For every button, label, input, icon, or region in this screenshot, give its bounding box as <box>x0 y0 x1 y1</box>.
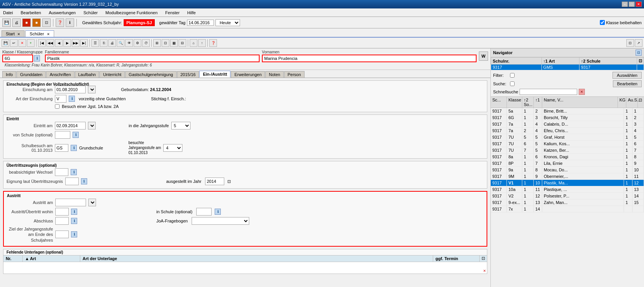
auswaehlen-button[interactable]: Auswählen <box>613 72 642 79</box>
menu-hilfe[interactable]: Hilfe <box>186 10 197 16</box>
eintritt-am-dropdown[interactable]: ▼ <box>88 122 96 129</box>
tb2-copy[interactable]: ⎘ <box>100 39 108 47</box>
menu-datei[interactable]: Datei <box>2 10 15 16</box>
fehlende-export-icon[interactable]: ⊡ <box>479 255 487 262</box>
nav-list-item[interactable]: 9317 7U 5 5 Graf, Horst 1 5 <box>491 134 644 141</box>
tb-btn-2[interactable]: 🖨 <box>12 18 21 27</box>
subtab-erweiterungen[interactable]: Erweiterungen <box>231 71 265 78</box>
nav-list-item[interactable]: 9317 5a 1 2 Birne, Britt... 1 1 <box>491 108 644 114</box>
nav-col-kg[interactable]: KG <box>618 97 626 108</box>
in-schule-info[interactable]: ℹ <box>215 209 221 215</box>
menu-bearbeiten[interactable]: Bearbeiten <box>19 10 43 16</box>
col-art-unterlage[interactable]: Art der Unterlage <box>80 255 433 262</box>
tb2-clock[interactable]: ⏱ <box>142 39 150 47</box>
tb2-multi4[interactable]: ⊟ <box>179 39 186 47</box>
tb2-extra2[interactable]: ↗ <box>635 39 642 47</box>
tb-btn-5[interactable]: ⊡ <box>42 18 51 27</box>
nav-col-aus[interactable]: Au.S.. <box>626 97 638 108</box>
abschluss-input[interactable] <box>55 217 69 225</box>
subtab-2015[interactable]: 2015/16 <box>177 71 199 78</box>
nav-list-item[interactable]: 9317 6G 1 3 Borscht, Tilly 1 2 <box>491 114 644 121</box>
minimize-button[interactable]: − <box>622 2 628 7</box>
eignung-info[interactable]: ℹ <box>81 178 87 184</box>
fehlende-delete-icon[interactable]: ✕ <box>483 269 486 273</box>
suche-checkbox[interactable] <box>510 81 515 86</box>
tb2-up[interactable]: ↑ <box>198 39 206 47</box>
nav-list-item[interactable]: 9317 8a 1 6 Kronos, Dagi 1 8 <box>491 154 644 160</box>
tb-btn-6[interactable]: ❓ <box>56 18 64 27</box>
vorname-input[interactable] <box>262 55 477 62</box>
subtab-noten[interactable]: Noten <box>265 71 283 78</box>
name-input[interactable] <box>45 55 260 62</box>
col-art[interactable]: ▲Art <box>23 255 80 262</box>
nav-list-item[interactable]: 9317 V2 1 12 Polsester, P... 1 14 <box>491 193 644 199</box>
nav-info-icon[interactable]: ⊡ <box>636 50 642 56</box>
tab-schueler-close[interactable]: ✕ <box>47 32 50 36</box>
menu-schueler[interactable]: Schüler <box>82 10 99 16</box>
tab-start-close[interactable]: ✕ <box>17 32 20 36</box>
tb2-multi1[interactable]: ⊞ <box>153 39 161 47</box>
tb2-settings[interactable]: ⚙ <box>134 39 141 47</box>
nav-col-name[interactable]: Name, V... <box>542 97 618 108</box>
nav-list-item[interactable]: 9317 9-ex... 1 13 Zahn, Man... 1 15 <box>491 199 644 206</box>
klasse-input[interactable] <box>2 55 33 62</box>
maximize-button[interactable]: □ <box>629 2 635 7</box>
nav-list-item[interactable]: 9317 9a 1 8 Mocau, Do... 1 10 <box>491 167 644 173</box>
tb2-extra1[interactable]: ⊡ <box>626 39 634 47</box>
subtab-einaustritt[interactable]: Ein-/Austritt <box>199 71 230 78</box>
ziel-info[interactable]: ℹ <box>71 231 77 237</box>
klasse-checkbox[interactable] <box>600 20 605 25</box>
datum-input[interactable] <box>187 20 214 26</box>
tb2-nav-prev2[interactable]: ◀◀ <box>46 39 54 47</box>
nav-th-art[interactable]: ↑1 Art <box>541 58 579 65</box>
einschulung-am-dropdown[interactable]: ▼ <box>88 86 96 93</box>
nav-col-sc[interactable]: Sc... <box>491 97 507 108</box>
von-schule-input[interactable] <box>55 131 70 139</box>
tb2-multi3[interactable]: ▦ <box>170 39 178 47</box>
nav-list-item[interactable]: 9317 7a 2 4 Efeu, Chris... 1 4 <box>491 128 644 134</box>
nav-list-item[interactable]: 9317 9M 1 9 Obermeier,... 1 11 <box>491 173 644 180</box>
nav-col-n1[interactable]: ↑1 <box>534 97 542 108</box>
nav-list-item[interactable]: 9317 7U 7 5 Katzen, Ber... 1 7 <box>491 147 644 154</box>
tab-schueler[interactable]: Schüler ✕ <box>25 30 54 37</box>
nav-list-item[interactable]: 9317 V1 1 10 Plastik, Ma... 1 12 <box>491 180 644 186</box>
joa-select[interactable] <box>192 217 249 225</box>
tab-start[interactable]: Start ✕ <box>2 30 25 37</box>
menu-fenster[interactable]: Fenster <box>164 10 181 16</box>
besucht-jgst-select[interactable]: 4 <box>163 144 182 152</box>
beabsichtigt-info[interactable]: ℹ <box>71 169 77 175</box>
col-nr[interactable]: Nr. <box>3 255 23 262</box>
einschulung-am-input[interactable] <box>55 86 86 93</box>
tb2-multi2[interactable]: ⊡ <box>162 39 169 47</box>
von-schule-info[interactable]: ℹ <box>73 132 79 138</box>
close-button[interactable]: ✕ <box>636 2 642 7</box>
subtab-grunddaten[interactable]: Grunddaten <box>17 71 46 78</box>
besuch-checkbox[interactable] <box>55 104 60 109</box>
schuljahr-value[interactable]: Planungs-SJ <box>124 19 155 26</box>
austritt-am-dropdown[interactable]: ▼ <box>88 199 96 206</box>
tb2-undo[interactable]: ↩ <box>10 39 18 47</box>
schulbesuch-info[interactable]: ℹ <box>71 145 77 151</box>
austritt-am-input[interactable] <box>55 199 86 206</box>
menu-auswertungen[interactable]: Auswertungen <box>47 10 77 16</box>
tb2-home[interactable]: ⌂ <box>190 39 197 47</box>
schnellsuche-clear[interactable]: ✕ <box>579 89 585 95</box>
tb2-list[interactable]: ☰ <box>91 39 99 47</box>
jgst-select[interactable]: 5 <box>171 122 190 129</box>
tb2-nav-prev[interactable]: ◀ <box>55 39 63 47</box>
klasse-info-icon[interactable]: ℹ <box>34 55 40 61</box>
eintritt-am-input[interactable] <box>55 122 86 129</box>
tb2-help[interactable]: ❓ <box>209 39 217 47</box>
menu-modulbezogene[interactable]: Modulbezogene Funktionen <box>104 10 159 16</box>
tb-btn-7[interactable]: ℹ <box>66 18 74 27</box>
subtab-info[interactable]: Info <box>2 71 16 78</box>
nav-col-so[interactable]: ↑2 So... <box>522 97 534 108</box>
subtab-laufbahn[interactable]: Laufbahn <box>75 71 99 78</box>
subtab-unterricht[interactable]: Unterricht <box>99 71 125 78</box>
filter-checkbox[interactable] <box>510 73 515 78</box>
art-info-icon[interactable]: ℹ <box>69 96 75 102</box>
tb2-nav-first[interactable]: |◀ <box>38 39 46 47</box>
nav-col-klasse[interactable]: Klasse <box>507 97 522 108</box>
austritt-wohin-info[interactable]: ℹ <box>71 209 77 215</box>
abschluss-info[interactable]: ℹ <box>71 218 77 224</box>
